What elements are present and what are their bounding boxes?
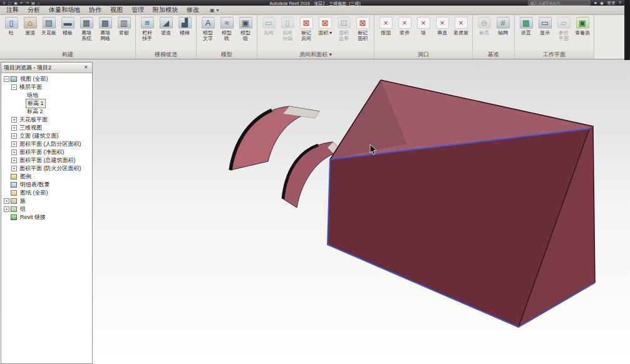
tree-item-1[interactable]: −视图 (全部) [1, 75, 92, 83]
ribbon-button-5-4[interactable]: ×垂直 [433, 16, 452, 36]
ribbon-button-6-1[interactable]: ⊖标高 [475, 16, 493, 36]
tree-toggle-icon[interactable]: + [11, 158, 17, 163]
tree-item-13[interactable]: 图例 [1, 173, 92, 181]
tree-item-16[interactable]: +族 [1, 197, 92, 205]
tree-toggle-icon[interactable]: + [11, 117, 17, 123]
tree-item-5[interactable]: 标高 2 [1, 108, 92, 116]
save-icon[interactable]: ▣ [14, 1, 18, 5]
ribbon-button-1-7[interactable]: ▥竖梃 [115, 16, 133, 36]
ribbon-button-2-3[interactable]: ▟楼梯 [175, 16, 194, 36]
ribbon-button-1-1[interactable]: ▯柱 [2, 16, 21, 36]
tree-toggle-icon[interactable]: + [11, 133, 17, 139]
tree-toggle-icon[interactable]: + [4, 198, 9, 204]
ribbon-group-label[interactable]: 房间和面积 ▾ [257, 50, 374, 59]
tab-6[interactable]: 管理 [127, 6, 148, 14]
tree-toggle-icon[interactable]: + [11, 125, 17, 131]
ribbon-button-4-2[interactable]: ▯房间 分隔 [278, 16, 297, 42]
ribbon-state-toggle-icon[interactable]: ▾ [217, 8, 219, 13]
redo-icon[interactable]: ↷ [26, 1, 29, 5]
ribbon-button-7-4[interactable]: ▣查看器 [573, 16, 592, 36]
tab-7[interactable]: 附加模块 [148, 6, 182, 14]
tree-item-label: 标高 1 [26, 99, 46, 108]
ribbon-button-3-1[interactable]: A模型 文字 [199, 16, 217, 42]
tree-toggle-icon[interactable]: + [11, 141, 17, 147]
ribbon-groups: ▯柱⌂屋顶▤天花板▬楼板▦幕墙 系统▩幕墙 网格▥竖梃构建≡栏杆 扶手◢坡道▟楼… [0, 15, 630, 59]
tab-4[interactable]: 协作 [85, 6, 106, 14]
ribbon-button-1-6[interactable]: ▩幕墙 网格 [96, 16, 115, 42]
tab-3[interactable]: 体量和场地 [44, 6, 85, 14]
ribbon-button-4-5[interactable]: ⊡面积 边界 [334, 16, 353, 42]
ribbon-button-1-4[interactable]: ▬楼板 [58, 16, 77, 36]
ribbon-group-1: ▯柱⌂屋顶▤天花板▬楼板▦幕墙 系统▩幕墙 网格▥竖梃构建 [0, 15, 136, 59]
ribbon-button-1-3[interactable]: ▤天花板 [39, 16, 58, 36]
tree-toggle-icon[interactable]: + [11, 149, 17, 155]
tree-item-9[interactable]: +面积平面 (人防分区面积) [1, 140, 92, 148]
ribbon-button-5-2[interactable]: ×竖井 [395, 16, 414, 36]
tree-item-8[interactable]: +立面 (建筑立面) [1, 132, 92, 140]
tree-item-7[interactable]: +三维视图 [1, 124, 92, 132]
tab-1[interactable]: 注释 [2, 6, 23, 14]
tree-toggle-icon[interactable]: + [4, 206, 9, 212]
print-icon[interactable]: ▤ [31, 1, 35, 5]
ribbon-button-label: 轴网 [498, 30, 508, 36]
ribbon-button-icon: × [436, 17, 449, 29]
account-icon[interactable]: ◉ [600, 0, 604, 6]
tree-item-15[interactable]: 图纸 (全部) [1, 189, 92, 197]
tree-item-18[interactable]: Revit 链接 [1, 213, 92, 221]
drawing-area[interactable] [0, 59, 630, 364]
ribbon-button-label: 房间 [264, 30, 274, 36]
model-box[interactable] [328, 80, 595, 327]
tab-5[interactable]: 视图 [106, 6, 127, 14]
ribbon-button-7-3[interactable]: ▱参照 平面 [554, 16, 573, 42]
tree-item-label: 明细表/数量 [19, 181, 51, 189]
ribbon-button-7-2[interactable]: ▭显示 [535, 16, 554, 36]
tree-toggle-icon[interactable]: − [11, 84, 17, 90]
qat: ≡▢▣↶↷▤⌂ [3, 1, 39, 5]
tree-item-12[interactable]: +面积平面 (防火分区面积) [1, 164, 92, 173]
ribbon-button-3-2[interactable]: ≈模型 线 [217, 16, 236, 42]
app-menu-icon[interactable]: ≡ [3, 1, 6, 5]
ribbon-button-6-2[interactable]: #轴网 [493, 16, 512, 36]
tree-item-17[interactable]: +组 [1, 205, 92, 213]
ribbon-button-1-5[interactable]: ▦幕墙 系统 [77, 16, 96, 42]
tree-item-label: 视图 (全部) [19, 75, 49, 83]
project-browser-header[interactable]: 项目浏览器 - 项目2 × [1, 63, 92, 73]
tree-toggle-icon[interactable]: + [11, 166, 17, 171]
close-icon[interactable]: × [82, 64, 90, 71]
ribbon-button-4-3[interactable]: ⊠标记 房间 [297, 16, 316, 42]
ribbon-button-4-6[interactable]: ⊠标记 面积 [353, 16, 372, 42]
tree-item-10[interactable]: +面积平面 (净面积) [1, 148, 92, 156]
search-input[interactable] [528, 0, 591, 6]
ribbon-group-label: 楼梯坡道 [136, 50, 196, 59]
favorites-icon[interactable]: ★ [594, 0, 597, 6]
ribbon-display-controls[interactable]: ▣▾ [210, 6, 219, 14]
tree-item-4[interactable]: 标高 1 [1, 99, 92, 108]
open-icon[interactable]: ▢ [8, 1, 12, 5]
undo-icon[interactable]: ↶ [20, 1, 23, 5]
ribbon-button-icon: # [497, 17, 510, 29]
ribbon-button-2-1[interactable]: ≡栏杆 扶手 [138, 16, 157, 42]
tree-item-2[interactable]: −楼层平面 [1, 83, 92, 91]
ribbon-panel-toggle-icon[interactable]: ▣ [210, 8, 215, 13]
ribbon-button-5-5[interactable]: ×老虎窗 [452, 16, 470, 36]
ribbon-button-4-4[interactable]: ⊠面积 ▾ [316, 16, 334, 36]
tree-item-3[interactable]: 场地 [1, 91, 92, 99]
tab-2[interactable]: 分析 [23, 6, 44, 14]
ribbon-group-buttons: ▦设置▭显示▱参照 平面▣查看器 [515, 15, 594, 50]
ribbon-button-icon: ≈ [220, 17, 234, 29]
default-3d-view-icon[interactable]: ⌂ [38, 1, 40, 5]
ribbon-button-1-2[interactable]: ⌂屋顶 [21, 16, 39, 36]
ribbon-button-7-1[interactable]: ▦设置 [517, 16, 535, 36]
help-button[interactable]: ? [619, 1, 621, 5]
ribbon-button-5-3[interactable]: ×墙 [414, 16, 433, 36]
ribbon-button-4-1[interactable]: ▭房间 [259, 16, 278, 36]
tree-item-14[interactable]: 明细表/数量 [1, 181, 92, 189]
tab-8[interactable]: 修改 [182, 6, 204, 14]
ribbon-button-3-3[interactable]: ▣模型 组 [236, 16, 255, 42]
tree-item-6[interactable]: +天花板平面 [1, 116, 92, 124]
tree-item-11[interactable]: +面积平面 (总建筑面积) [1, 156, 92, 164]
tree-toggle-icon[interactable]: − [4, 76, 9, 82]
ribbon-button-2-2[interactable]: ◢坡道 [157, 16, 175, 36]
ribbon-button-5-1[interactable]: ×按面 [376, 16, 395, 36]
ribbon-button-icon: ▯ [5, 17, 18, 29]
